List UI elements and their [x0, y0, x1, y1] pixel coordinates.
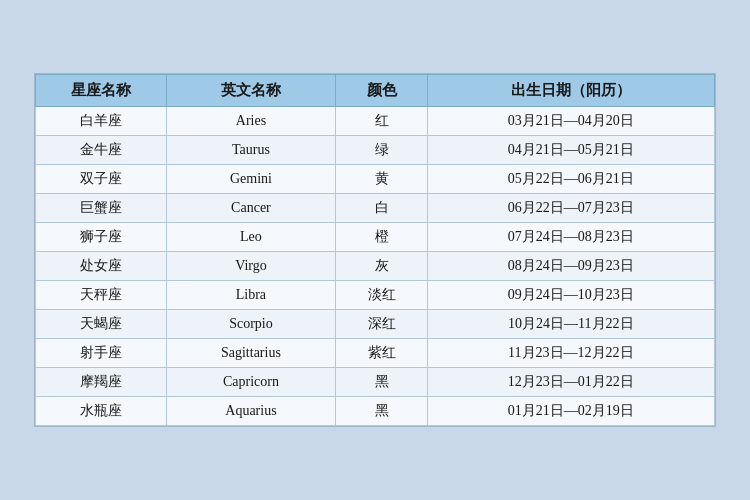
cell-chinese: 白羊座 — [36, 107, 167, 136]
cell-english: Cancer — [166, 194, 336, 223]
cell-english: Virgo — [166, 252, 336, 281]
header-color: 颜色 — [336, 75, 427, 107]
cell-date: 07月24日—08月23日 — [427, 223, 714, 252]
table-row: 狮子座Leo橙07月24日—08月23日 — [36, 223, 715, 252]
cell-english: Taurus — [166, 136, 336, 165]
table-row: 天秤座Libra淡红09月24日—10月23日 — [36, 281, 715, 310]
cell-color: 白 — [336, 194, 427, 223]
table-row: 处女座Virgo灰08月24日—09月23日 — [36, 252, 715, 281]
cell-date: 06月22日—07月23日 — [427, 194, 714, 223]
table-row: 白羊座Aries红03月21日—04月20日 — [36, 107, 715, 136]
cell-color: 绿 — [336, 136, 427, 165]
cell-color: 黑 — [336, 368, 427, 397]
cell-chinese: 双子座 — [36, 165, 167, 194]
cell-chinese: 天秤座 — [36, 281, 167, 310]
cell-date: 11月23日—12月22日 — [427, 339, 714, 368]
table-row: 水瓶座Aquarius黑01月21日—02月19日 — [36, 397, 715, 426]
cell-english: Sagittarius — [166, 339, 336, 368]
cell-chinese: 金牛座 — [36, 136, 167, 165]
cell-english: Gemini — [166, 165, 336, 194]
cell-date: 09月24日—10月23日 — [427, 281, 714, 310]
cell-date: 10月24日—11月22日 — [427, 310, 714, 339]
cell-english: Scorpio — [166, 310, 336, 339]
header-date: 出生日期（阳历） — [427, 75, 714, 107]
cell-english: Capricorn — [166, 368, 336, 397]
table-body: 白羊座Aries红03月21日—04月20日金牛座Taurus绿04月21日—0… — [36, 107, 715, 426]
cell-english: Aquarius — [166, 397, 336, 426]
cell-english: Libra — [166, 281, 336, 310]
cell-chinese: 摩羯座 — [36, 368, 167, 397]
cell-english: Leo — [166, 223, 336, 252]
cell-chinese: 水瓶座 — [36, 397, 167, 426]
cell-date: 01月21日—02月19日 — [427, 397, 714, 426]
cell-color: 深红 — [336, 310, 427, 339]
table-header-row: 星座名称 英文名称 颜色 出生日期（阳历） — [36, 75, 715, 107]
cell-color: 黑 — [336, 397, 427, 426]
cell-date: 03月21日—04月20日 — [427, 107, 714, 136]
cell-english: Aries — [166, 107, 336, 136]
table-row: 天蝎座Scorpio深红10月24日—11月22日 — [36, 310, 715, 339]
cell-date: 12月23日—01月22日 — [427, 368, 714, 397]
cell-chinese: 射手座 — [36, 339, 167, 368]
cell-color: 淡红 — [336, 281, 427, 310]
cell-color: 灰 — [336, 252, 427, 281]
table-row: 双子座Gemini黄05月22日—06月21日 — [36, 165, 715, 194]
cell-date: 05月22日—06月21日 — [427, 165, 714, 194]
header-chinese: 星座名称 — [36, 75, 167, 107]
cell-date: 04月21日—05月21日 — [427, 136, 714, 165]
cell-color: 橙 — [336, 223, 427, 252]
zodiac-table: 星座名称 英文名称 颜色 出生日期（阳历） 白羊座Aries红03月21日—04… — [35, 74, 715, 426]
table-row: 金牛座Taurus绿04月21日—05月21日 — [36, 136, 715, 165]
table-row: 巨蟹座Cancer白06月22日—07月23日 — [36, 194, 715, 223]
table-row: 摩羯座Capricorn黑12月23日—01月22日 — [36, 368, 715, 397]
zodiac-table-wrapper: 星座名称 英文名称 颜色 出生日期（阳历） 白羊座Aries红03月21日—04… — [34, 73, 716, 427]
cell-color: 红 — [336, 107, 427, 136]
cell-chinese: 处女座 — [36, 252, 167, 281]
cell-chinese: 狮子座 — [36, 223, 167, 252]
cell-color: 黄 — [336, 165, 427, 194]
cell-chinese: 巨蟹座 — [36, 194, 167, 223]
cell-color: 紫红 — [336, 339, 427, 368]
table-row: 射手座Sagittarius紫红11月23日—12月22日 — [36, 339, 715, 368]
cell-date: 08月24日—09月23日 — [427, 252, 714, 281]
header-english: 英文名称 — [166, 75, 336, 107]
cell-chinese: 天蝎座 — [36, 310, 167, 339]
